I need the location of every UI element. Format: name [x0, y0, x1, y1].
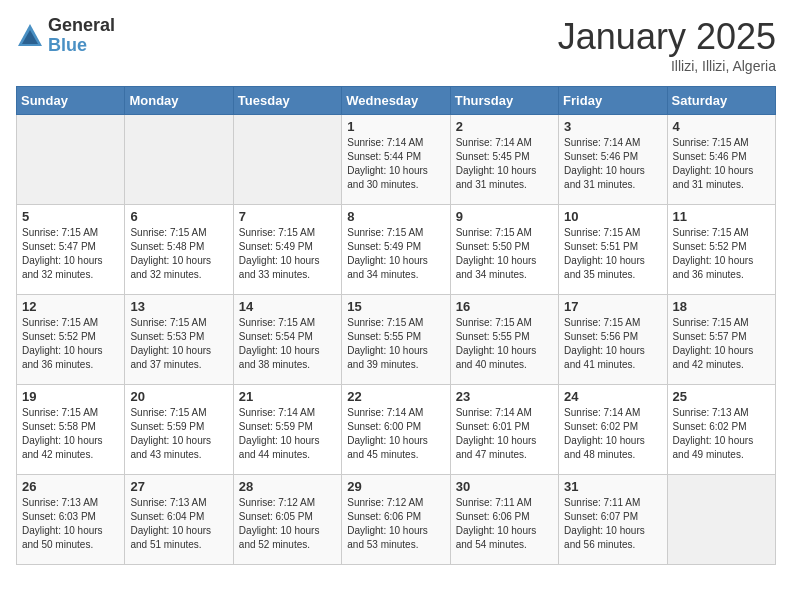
- day-number: 10: [564, 209, 661, 224]
- day-info: Sunrise: 7:14 AM Sunset: 6:02 PM Dayligh…: [564, 406, 661, 462]
- day-info: Sunrise: 7:15 AM Sunset: 5:52 PM Dayligh…: [673, 226, 770, 282]
- calendar-cell: 13Sunrise: 7:15 AM Sunset: 5:53 PM Dayli…: [125, 295, 233, 385]
- day-info: Sunrise: 7:13 AM Sunset: 6:04 PM Dayligh…: [130, 496, 227, 552]
- day-info: Sunrise: 7:15 AM Sunset: 5:59 PM Dayligh…: [130, 406, 227, 462]
- day-info: Sunrise: 7:15 AM Sunset: 5:53 PM Dayligh…: [130, 316, 227, 372]
- calendar-cell: [17, 115, 125, 205]
- calendar-cell: 12Sunrise: 7:15 AM Sunset: 5:52 PM Dayli…: [17, 295, 125, 385]
- day-info: Sunrise: 7:15 AM Sunset: 5:51 PM Dayligh…: [564, 226, 661, 282]
- calendar-cell: 15Sunrise: 7:15 AM Sunset: 5:55 PM Dayli…: [342, 295, 450, 385]
- day-info: Sunrise: 7:12 AM Sunset: 6:05 PM Dayligh…: [239, 496, 336, 552]
- day-number: 23: [456, 389, 553, 404]
- logo-icon: [16, 22, 44, 50]
- day-number: 24: [564, 389, 661, 404]
- weekday-header-saturday: Saturday: [667, 87, 775, 115]
- day-number: 1: [347, 119, 444, 134]
- month-title: January 2025: [558, 16, 776, 58]
- day-info: Sunrise: 7:15 AM Sunset: 5:52 PM Dayligh…: [22, 316, 119, 372]
- week-row-5: 26Sunrise: 7:13 AM Sunset: 6:03 PM Dayli…: [17, 475, 776, 565]
- day-number: 6: [130, 209, 227, 224]
- day-info: Sunrise: 7:15 AM Sunset: 5:46 PM Dayligh…: [673, 136, 770, 192]
- day-number: 20: [130, 389, 227, 404]
- day-info: Sunrise: 7:11 AM Sunset: 6:06 PM Dayligh…: [456, 496, 553, 552]
- day-number: 13: [130, 299, 227, 314]
- weekday-header-row: SundayMondayTuesdayWednesdayThursdayFrid…: [17, 87, 776, 115]
- calendar-cell: 25Sunrise: 7:13 AM Sunset: 6:02 PM Dayli…: [667, 385, 775, 475]
- day-number: 21: [239, 389, 336, 404]
- day-number: 15: [347, 299, 444, 314]
- calendar-cell: 6Sunrise: 7:15 AM Sunset: 5:48 PM Daylig…: [125, 205, 233, 295]
- day-number: 28: [239, 479, 336, 494]
- day-info: Sunrise: 7:13 AM Sunset: 6:03 PM Dayligh…: [22, 496, 119, 552]
- title-section: January 2025 Illizi, Illizi, Algeria: [558, 16, 776, 74]
- day-number: 19: [22, 389, 119, 404]
- day-info: Sunrise: 7:14 AM Sunset: 5:44 PM Dayligh…: [347, 136, 444, 192]
- calendar-cell: 24Sunrise: 7:14 AM Sunset: 6:02 PM Dayli…: [559, 385, 667, 475]
- day-number: 26: [22, 479, 119, 494]
- weekday-header-tuesday: Tuesday: [233, 87, 341, 115]
- day-number: 8: [347, 209, 444, 224]
- calendar-cell: 1Sunrise: 7:14 AM Sunset: 5:44 PM Daylig…: [342, 115, 450, 205]
- day-info: Sunrise: 7:15 AM Sunset: 5:50 PM Dayligh…: [456, 226, 553, 282]
- calendar-cell: 14Sunrise: 7:15 AM Sunset: 5:54 PM Dayli…: [233, 295, 341, 385]
- logo-general: General: [48, 16, 115, 36]
- day-info: Sunrise: 7:15 AM Sunset: 5:54 PM Dayligh…: [239, 316, 336, 372]
- calendar-cell: 10Sunrise: 7:15 AM Sunset: 5:51 PM Dayli…: [559, 205, 667, 295]
- day-number: 7: [239, 209, 336, 224]
- calendar-cell: 19Sunrise: 7:15 AM Sunset: 5:58 PM Dayli…: [17, 385, 125, 475]
- calendar-cell: 22Sunrise: 7:14 AM Sunset: 6:00 PM Dayli…: [342, 385, 450, 475]
- location-subtitle: Illizi, Illizi, Algeria: [558, 58, 776, 74]
- day-info: Sunrise: 7:12 AM Sunset: 6:06 PM Dayligh…: [347, 496, 444, 552]
- calendar-cell: [667, 475, 775, 565]
- weekday-header-friday: Friday: [559, 87, 667, 115]
- weekday-header-wednesday: Wednesday: [342, 87, 450, 115]
- day-number: 3: [564, 119, 661, 134]
- calendar-cell: 16Sunrise: 7:15 AM Sunset: 5:55 PM Dayli…: [450, 295, 558, 385]
- day-number: 16: [456, 299, 553, 314]
- day-info: Sunrise: 7:13 AM Sunset: 6:02 PM Dayligh…: [673, 406, 770, 462]
- calendar-cell: 23Sunrise: 7:14 AM Sunset: 6:01 PM Dayli…: [450, 385, 558, 475]
- day-info: Sunrise: 7:15 AM Sunset: 5:48 PM Dayligh…: [130, 226, 227, 282]
- day-number: 18: [673, 299, 770, 314]
- day-info: Sunrise: 7:14 AM Sunset: 5:59 PM Dayligh…: [239, 406, 336, 462]
- week-row-2: 5Sunrise: 7:15 AM Sunset: 5:47 PM Daylig…: [17, 205, 776, 295]
- day-number: 2: [456, 119, 553, 134]
- calendar-cell: 9Sunrise: 7:15 AM Sunset: 5:50 PM Daylig…: [450, 205, 558, 295]
- day-info: Sunrise: 7:15 AM Sunset: 5:57 PM Dayligh…: [673, 316, 770, 372]
- calendar-cell: 28Sunrise: 7:12 AM Sunset: 6:05 PM Dayli…: [233, 475, 341, 565]
- day-number: 12: [22, 299, 119, 314]
- day-info: Sunrise: 7:15 AM Sunset: 5:56 PM Dayligh…: [564, 316, 661, 372]
- calendar-cell: 11Sunrise: 7:15 AM Sunset: 5:52 PM Dayli…: [667, 205, 775, 295]
- calendar-cell: 20Sunrise: 7:15 AM Sunset: 5:59 PM Dayli…: [125, 385, 233, 475]
- logo-text: General Blue: [48, 16, 115, 56]
- weekday-header-monday: Monday: [125, 87, 233, 115]
- day-info: Sunrise: 7:15 AM Sunset: 5:55 PM Dayligh…: [456, 316, 553, 372]
- calendar-cell: 3Sunrise: 7:14 AM Sunset: 5:46 PM Daylig…: [559, 115, 667, 205]
- calendar-cell: 31Sunrise: 7:11 AM Sunset: 6:07 PM Dayli…: [559, 475, 667, 565]
- calendar-cell: 27Sunrise: 7:13 AM Sunset: 6:04 PM Dayli…: [125, 475, 233, 565]
- weekday-header-thursday: Thursday: [450, 87, 558, 115]
- calendar-cell: 30Sunrise: 7:11 AM Sunset: 6:06 PM Dayli…: [450, 475, 558, 565]
- week-row-4: 19Sunrise: 7:15 AM Sunset: 5:58 PM Dayli…: [17, 385, 776, 475]
- calendar-cell: 5Sunrise: 7:15 AM Sunset: 5:47 PM Daylig…: [17, 205, 125, 295]
- calendar-cell: [125, 115, 233, 205]
- day-number: 30: [456, 479, 553, 494]
- day-info: Sunrise: 7:15 AM Sunset: 5:55 PM Dayligh…: [347, 316, 444, 372]
- day-number: 11: [673, 209, 770, 224]
- day-number: 25: [673, 389, 770, 404]
- calendar-cell: [233, 115, 341, 205]
- day-info: Sunrise: 7:11 AM Sunset: 6:07 PM Dayligh…: [564, 496, 661, 552]
- day-number: 14: [239, 299, 336, 314]
- calendar-cell: 4Sunrise: 7:15 AM Sunset: 5:46 PM Daylig…: [667, 115, 775, 205]
- week-row-3: 12Sunrise: 7:15 AM Sunset: 5:52 PM Dayli…: [17, 295, 776, 385]
- calendar-cell: 21Sunrise: 7:14 AM Sunset: 5:59 PM Dayli…: [233, 385, 341, 475]
- logo-blue: Blue: [48, 36, 115, 56]
- day-number: 17: [564, 299, 661, 314]
- day-info: Sunrise: 7:14 AM Sunset: 6:00 PM Dayligh…: [347, 406, 444, 462]
- day-number: 29: [347, 479, 444, 494]
- day-number: 5: [22, 209, 119, 224]
- day-info: Sunrise: 7:15 AM Sunset: 5:58 PM Dayligh…: [22, 406, 119, 462]
- logo: General Blue: [16, 16, 115, 56]
- page-header: General Blue January 2025 Illizi, Illizi…: [16, 16, 776, 74]
- day-number: 4: [673, 119, 770, 134]
